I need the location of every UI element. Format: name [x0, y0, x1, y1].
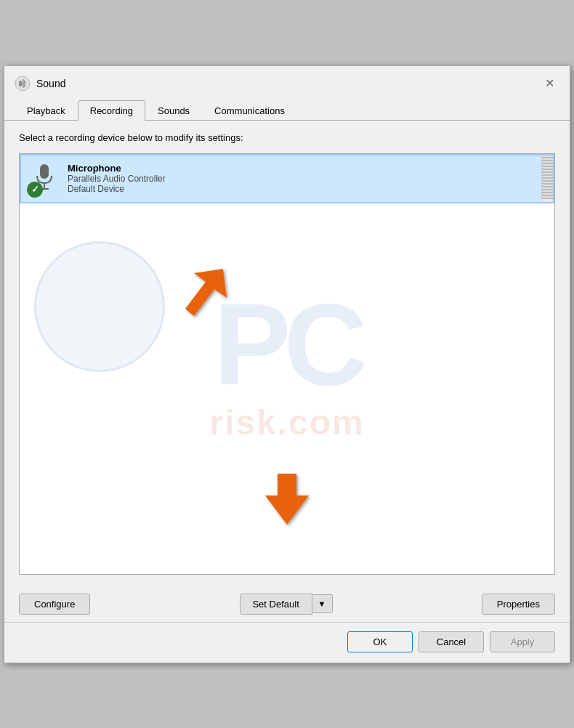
dialog-buttons-row: OK Cancel Apply	[4, 622, 570, 663]
device-buttons-row: Configure Set Default ▼ Properties	[4, 586, 570, 622]
arrow-down-icon	[262, 470, 312, 530]
tab-sounds[interactable]: Sounds	[145, 100, 202, 121]
set-default-group: Set Default ▼	[240, 594, 333, 615]
sound-dialog: Sound ✕ Playback Recording Sounds Commun…	[4, 65, 570, 663]
default-check-icon: ✓	[27, 182, 43, 198]
watermark: PC risk.com	[209, 286, 364, 442]
tab-content: Select a recording device below to modif…	[4, 121, 570, 586]
svg-point-1	[19, 81, 22, 86]
properties-button[interactable]: Properties	[482, 594, 555, 615]
sound-icon	[15, 76, 31, 92]
svg-point-0	[15, 76, 30, 91]
title-bar: Sound ✕	[4, 66, 570, 94]
svg-marker-6	[265, 474, 309, 525]
device-status: Default Device	[68, 184, 544, 194]
svg-marker-5	[185, 269, 227, 316]
scrollbar[interactable]	[541, 155, 553, 202]
set-default-button[interactable]: Set Default	[240, 594, 312, 615]
cancel-button[interactable]: Cancel	[419, 631, 484, 652]
window-title: Sound	[36, 78, 65, 89]
tab-playback[interactable]: Playback	[15, 100, 78, 121]
ok-button[interactable]: OK	[347, 631, 413, 652]
set-default-dropdown[interactable]: ▼	[312, 594, 333, 613]
device-list[interactable]: ✓ Microphone Parallels Audio Controller …	[19, 153, 555, 575]
instruction-text: Select a recording device below to modif…	[19, 132, 555, 143]
device-name: Microphone	[68, 163, 544, 174]
close-button[interactable]: ✕	[539, 73, 559, 94]
device-item-microphone[interactable]: ✓ Microphone Parallels Audio Controller …	[20, 154, 554, 203]
magnifier-watermark	[34, 241, 165, 372]
configure-button[interactable]: Configure	[19, 594, 90, 615]
device-controller: Parallels Audio Controller	[68, 174, 544, 184]
tab-communications[interactable]: Communications	[202, 100, 297, 121]
scrollbar-thumb[interactable]	[542, 155, 553, 199]
tab-recording[interactable]: Recording	[78, 100, 145, 121]
svg-rect-2	[40, 164, 49, 179]
apply-button[interactable]: Apply	[490, 631, 555, 652]
arrow-up-right-icon	[172, 262, 238, 329]
tab-bar: Playback Recording Sounds Communications	[4, 94, 570, 121]
